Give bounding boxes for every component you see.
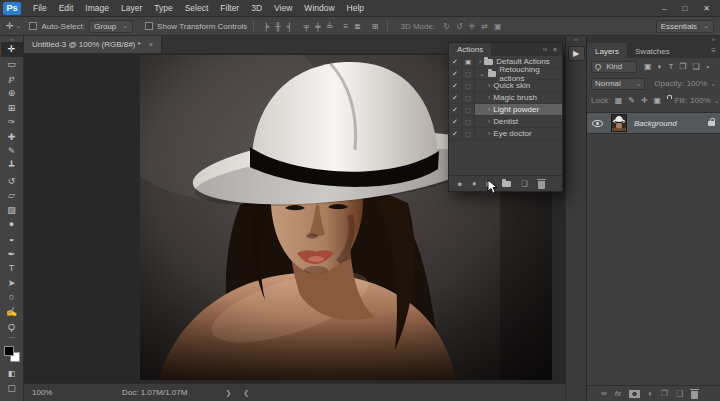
toggle-item-check-icon[interactable]: ✓ — [449, 128, 462, 140]
arrange-grid-icon[interactable]: ⊞ — [372, 22, 379, 31]
move-tool[interactable]: ✛ — [1, 42, 23, 57]
3d-pan-icon[interactable]: ✛ — [469, 22, 476, 31]
fill-value[interactable]: 100% — [690, 96, 710, 105]
dialog-toggle-icon[interactable]: ▣ — [462, 56, 475, 68]
align-center-h-icon[interactable]: ╫ — [275, 22, 281, 31]
shape-tool[interactable]: ○ — [1, 290, 23, 305]
expander-icon[interactable]: › — [488, 118, 490, 125]
toggle-item-check-icon[interactable]: ✓ — [449, 92, 462, 104]
tab-layers[interactable]: Layers — [587, 43, 627, 58]
history-brush-tool[interactable]: ↺ — [1, 173, 23, 188]
menu-3d[interactable]: 3D — [245, 3, 268, 13]
lock-pixels-icon[interactable]: ✎ — [628, 96, 635, 105]
menu-filter[interactable]: Filter — [214, 3, 245, 13]
action-row-light-powder[interactable]: ✓ ▢ › Light powder — [449, 104, 562, 116]
path-selection-tool[interactable]: ➤ — [1, 276, 23, 291]
opacity-value[interactable]: 100% — [687, 79, 707, 88]
align-right-icon[interactable]: ╡ — [287, 22, 293, 31]
pen-tool[interactable]: ✒ — [1, 246, 23, 261]
status-chevron-left-icon[interactable]: ❮ — [243, 389, 249, 397]
hand-tool[interactable]: ✍ — [1, 305, 23, 320]
layer-thumbnail[interactable] — [611, 114, 627, 132]
document-tab[interactable]: Untitled-3 @ 100% (RGB/8#) * × — [24, 36, 162, 53]
align-bottom-icon[interactable]: ╧ — [327, 22, 333, 31]
delete-layer-icon[interactable] — [691, 391, 698, 399]
expander-icon[interactable]: › — [488, 130, 490, 137]
status-popup-chevron-icon[interactable]: ❯ — [225, 389, 231, 397]
lasso-tool[interactable]: ℘ — [1, 71, 23, 86]
menu-edit[interactable]: Edit — [53, 3, 80, 13]
filter-adjustment-layers-icon[interactable]: ◐ — [658, 62, 663, 71]
layer-name[interactable]: Background — [634, 119, 708, 128]
eraser-tool[interactable]: ▱ — [1, 188, 23, 203]
eyedropper-tool[interactable]: ✑ — [1, 115, 23, 130]
tab-swatches[interactable]: Swatches — [627, 43, 678, 58]
new-layer-icon[interactable]: ❑ — [676, 389, 683, 398]
foreground-color-swatch[interactable] — [4, 346, 14, 356]
align-left-icon[interactable]: ╞ — [263, 22, 269, 31]
3d-camera-icon[interactable]: ▣ — [494, 22, 502, 31]
toggle-item-check-icon[interactable]: ✓ — [449, 116, 462, 128]
tool-preset-caret-icon[interactable]: ⌄ — [16, 22, 22, 30]
filter-toggle-icon[interactable]: • — [706, 62, 709, 71]
action-row-eye-doctor[interactable]: ✓ ▢ › Eye doctor — [449, 128, 562, 140]
screen-mode-button[interactable]: ▢ — [1, 380, 23, 395]
expander-icon[interactable]: › — [479, 58, 481, 65]
action-label[interactable]: Dentist — [493, 117, 518, 126]
blend-mode-dropdown[interactable]: Normal ⌄ — [591, 78, 645, 90]
lock-artboard-icon[interactable]: ▣ — [654, 96, 662, 105]
auto-select-group-dropdown[interactable]: Group ⌄ — [89, 20, 133, 33]
filter-pixel-layers-icon[interactable]: ▣ — [644, 62, 652, 71]
gradient-tool[interactable]: ▨ — [1, 203, 23, 218]
tab-actions[interactable]: Actions — [449, 43, 491, 56]
auto-select-checkbox[interactable] — [29, 22, 37, 30]
adjustment-layer-icon[interactable]: ◐ — [648, 389, 653, 398]
blur-tool[interactable]: ● — [1, 217, 23, 232]
lock-position-icon[interactable]: ✛ — [641, 96, 648, 105]
clone-stamp-tool[interactable]: ┻ — [1, 159, 23, 174]
menu-layer[interactable]: Layer — [115, 3, 148, 13]
menu-type[interactable]: Type — [148, 3, 178, 13]
rectangular-marquee-tool[interactable]: ▭ — [1, 57, 23, 72]
3d-orbit-icon[interactable]: ↻ — [443, 22, 450, 31]
action-label[interactable]: Eye doctor — [493, 129, 531, 138]
dialog-toggle-icon[interactable]: ▢ — [462, 68, 475, 80]
layer-row-background[interactable]: Background — [587, 112, 720, 134]
layer-style-fx-icon[interactable]: fx — [615, 389, 621, 398]
filter-kind-dropdown[interactable]: Ϙ Kind — [591, 61, 637, 73]
close-icon[interactable]: ✕ — [703, 4, 710, 13]
tab-close-icon[interactable]: × — [149, 40, 154, 49]
filter-type-layers-icon[interactable]: T — [668, 62, 673, 71]
panel-collapse-icon[interactable]: ›› — [587, 36, 720, 43]
dialog-toggle-icon[interactable]: ▢ — [462, 128, 475, 140]
distribute-v-icon[interactable]: ≣ — [354, 22, 361, 31]
menu-file[interactable]: File — [27, 3, 53, 13]
layer-visibility-eye-icon[interactable] — [592, 120, 603, 127]
link-layers-icon[interactable]: ∞ — [601, 389, 607, 398]
crop-tool[interactable]: ⊞ — [1, 100, 23, 115]
dialog-toggle-icon[interactable]: ▢ — [462, 104, 475, 116]
toggle-item-check-icon[interactable]: ✓ — [449, 104, 462, 116]
new-group-icon[interactable]: ❐ — [661, 389, 668, 398]
type-tool[interactable]: T — [1, 261, 23, 276]
align-top-icon[interactable]: ╤ — [303, 22, 309, 31]
edit-toolbar-icon[interactable]: ⋯ — [1, 334, 23, 343]
toggle-item-check-icon[interactable]: ✓ — [449, 80, 462, 92]
menu-help[interactable]: Help — [341, 3, 370, 13]
dodge-tool[interactable]: ◒ — [1, 232, 23, 247]
action-label[interactable]: Quick skin — [493, 81, 530, 90]
expander-icon[interactable]: › — [488, 94, 490, 101]
menu-view[interactable]: View — [268, 3, 298, 13]
menu-image[interactable]: Image — [79, 3, 115, 13]
add-layer-mask-icon[interactable] — [629, 390, 640, 398]
zoom-tool[interactable]: Ϙ — [1, 319, 23, 334]
action-row-quick-skin[interactable]: ✓ ▢ › Quick skin — [449, 80, 562, 92]
delete-action-button[interactable] — [538, 181, 545, 189]
minimize-icon[interactable]: – — [662, 4, 666, 13]
panel-collapse-icon[interactable]: ›› — [543, 46, 547, 53]
filter-shape-layers-icon[interactable]: ❐ — [679, 62, 686, 71]
action-label[interactable]: Magic brush — [493, 93, 537, 102]
zoom-level-field[interactable]: 100% — [32, 388, 92, 397]
record-button[interactable]: ● — [472, 179, 477, 188]
dialog-toggle-icon[interactable]: ▢ — [462, 92, 475, 104]
